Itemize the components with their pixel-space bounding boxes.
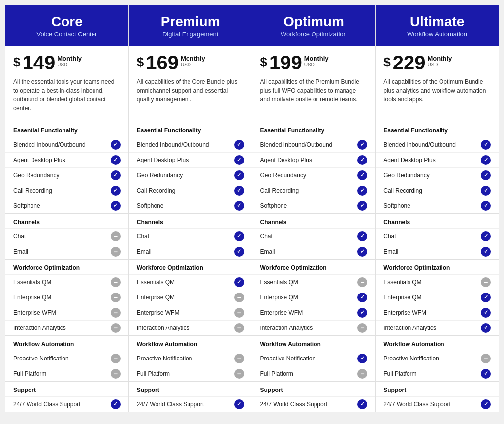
feature-row-ultimate-3-0: Proactive Notification [376,351,499,366]
plan-description-ultimate: All capabilities of the Optimum Bundle p… [376,77,499,122]
price-amount-premium: 169 [146,53,179,72]
feature-row-ultimate-0-1: Agent Desktop Plus [376,152,499,167]
feature-row-premium-2-3: Interaction Analytics [129,320,252,335]
feature-label-premium-0-1: Agent Desktop Plus [137,157,234,163]
section-header-optimum-1: Channels [252,214,376,228]
plan-col-optimum: OptimumWorkforce Optimization$199Monthly… [252,5,376,412]
feature-icon-core-2-0 [111,277,121,287]
feature-row-core-0-4: Softphone [5,198,128,213]
feature-label-optimum-2-0: Essentials QM [260,279,358,286]
feature-icon-optimum-2-2 [357,308,367,318]
feature-icon-core-3-1 [111,369,121,379]
feature-label-optimum-3-0: Proactive Notification [260,355,358,362]
feature-row-core-2-1: Enterprise QM [5,290,128,305]
feature-row-ultimate-0-0: Blended Inbound/Outbound [376,137,499,152]
feature-label-ultimate-2-2: Enterprise WFM [383,309,481,316]
feature-row-optimum-0-2: Geo Redundancy [252,167,376,183]
feature-row-core-0-2: Geo Redundancy [5,167,128,183]
feature-label-ultimate-0-2: Geo Redundancy [383,172,481,179]
feature-label-premium-0-2: Geo Redundancy [137,172,234,179]
section-header-core-0: Essential Functionality [5,122,128,137]
price-amount-ultimate: 229 [393,53,426,72]
feature-icon-ultimate-1-0 [481,231,491,241]
feature-row-optimum-2-2: Enterprise WFM [252,305,376,320]
feature-row-optimum-4-0: 24/7 World Class Support [252,396,376,412]
section-header-core-2: Workforce Optimization [5,260,128,274]
plan-pricing-ultimate: $229MonthlyUSD [376,46,499,77]
plan-name-core: Core [13,14,121,30]
feature-row-optimum-3-1: Full Platform [252,366,376,381]
feature-icon-core-0-4 [111,201,121,211]
feature-label-core-2-3: Interaction Analytics [13,325,111,331]
feature-label-optimum-1-0: Chat [260,233,358,240]
feature-row-premium-0-1: Agent Desktop Plus [129,152,252,167]
feature-row-optimum-0-0: Blended Inbound/Outbound [252,137,376,152]
feature-row-ultimate-2-2: Enterprise WFM [376,305,499,320]
section-header-premium-3: Workflow Automation [129,336,252,351]
plan-col-premium: PremiumDigital Engagement$169MonthlyUSDA… [129,5,252,412]
feature-icon-core-4-0 [111,399,121,409]
feature-icon-optimum-4-0 [357,399,367,409]
feature-icon-premium-0-3 [234,186,244,196]
plan-description-premium: All capabilities of the Core Bundle plus… [129,77,252,122]
feature-icon-optimum-0-0 [357,140,367,150]
feature-row-core-2-2: Enterprise WFM [5,305,128,320]
feature-icon-premium-3-0 [234,354,244,363]
feature-icon-ultimate-0-4 [481,201,491,211]
feature-icon-core-1-0 [111,231,121,241]
feature-label-premium-0-4: Softphone [137,202,234,209]
feature-row-core-4-0: 24/7 World Class Support [5,396,128,412]
feature-icon-optimum-2-0 [357,277,367,287]
feature-label-premium-2-3: Interaction Analytics [137,325,234,331]
plan-pricing-premium: $169MonthlyUSD [129,46,252,77]
plan-header-ultimate: UltimateWorkflow Automation [376,5,499,46]
pricing-table: CoreVoice Contact Center$149MonthlyUSDAl… [5,5,499,412]
feature-label-premium-2-1: Enterprise QM [137,294,234,301]
feature-label-premium-2-2: Enterprise WFM [137,309,234,316]
section-header-optimum-2: Workforce Optimization [252,260,376,274]
feature-label-optimum-3-1: Full Platform [260,370,358,377]
section-header-premium-4: Support [129,382,252,396]
feature-row-core-3-0: Proactive Notification [5,351,128,366]
feature-label-core-0-4: Softphone [13,202,111,209]
feature-icon-optimum-0-4 [357,201,367,211]
feature-label-core-0-1: Agent Desktop Plus [13,157,111,163]
price-amount-optimum: 199 [269,53,302,72]
feature-icon-optimum-0-3 [357,186,367,196]
feature-icon-optimum-0-1 [357,155,367,165]
feature-label-ultimate-0-3: Call Recording [383,187,481,194]
feature-icon-premium-1-0 [234,231,244,241]
feature-row-premium-3-0: Proactive Notification [129,351,252,366]
feature-row-premium-1-0: Chat [129,228,252,244]
feature-label-optimum-0-2: Geo Redundancy [260,172,358,179]
plan-header-core: CoreVoice Contact Center [5,5,128,46]
feature-row-ultimate-2-3: Interaction Analytics [376,320,499,335]
section-header-premium-2: Workforce Optimization [129,260,252,274]
feature-label-ultimate-2-1: Enterprise QM [383,294,481,301]
feature-icon-ultimate-1-1 [481,247,491,257]
section-header-core-4: Support [5,382,128,396]
feature-icon-ultimate-2-3 [481,323,491,333]
feature-label-optimum-2-2: Enterprise WFM [260,309,358,316]
feature-label-ultimate-1-0: Chat [383,233,481,240]
feature-row-ultimate-3-1: Full Platform [376,366,499,381]
price-dollar-ultimate: $ [383,55,390,70]
price-right-premium: MonthlyUSD [181,55,205,67]
feature-row-optimum-2-0: Essentials QM [252,274,376,290]
price-currency-premium: USD [181,62,205,67]
plan-col-ultimate: UltimateWorkflow Automation$229MonthlyUS… [376,5,499,412]
feature-row-ultimate-0-2: Geo Redundancy [376,167,499,183]
feature-icon-premium-4-0 [234,399,244,409]
price-right-optimum: MonthlyUSD [304,55,329,67]
feature-label-optimum-2-1: Enterprise QM [260,294,358,301]
feature-label-core-2-2: Enterprise WFM [13,309,111,316]
feature-row-ultimate-2-1: Enterprise QM [376,290,499,305]
feature-row-optimum-3-0: Proactive Notification [252,351,376,366]
feature-label-optimum-0-0: Blended Inbound/Outbound [260,141,358,148]
plan-subtitle-optimum: Workforce Optimization [260,31,368,38]
feature-label-premium-3-1: Full Platform [137,370,234,377]
feature-label-optimum-4-0: 24/7 World Class Support [260,401,358,408]
feature-row-premium-0-3: Call Recording [129,183,252,198]
plan-name-ultimate: Ultimate [383,14,491,30]
plan-name-premium: Premium [137,14,244,30]
